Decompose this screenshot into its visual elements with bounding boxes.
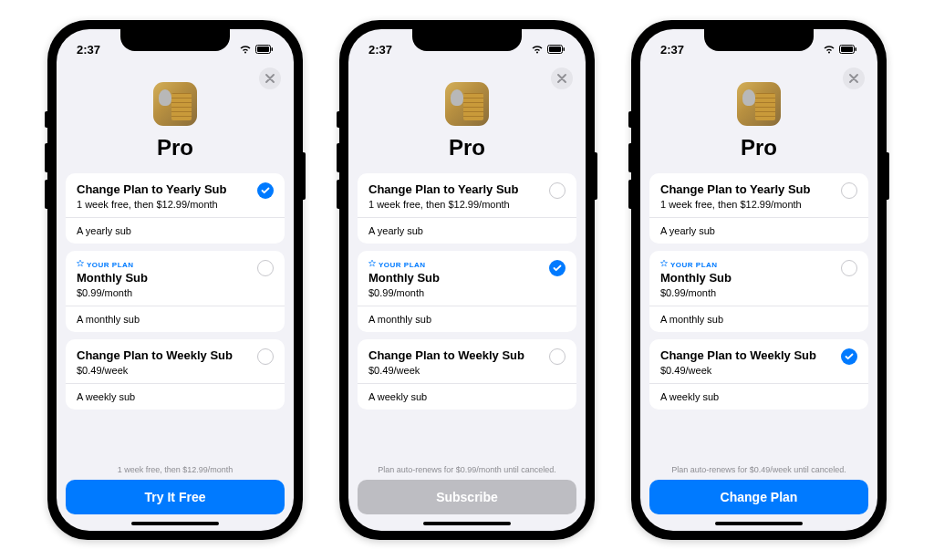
plan-monthly[interactable]: YOUR PLAN Monthly Sub $0.99/month A mont… <box>66 251 285 332</box>
plan-weekly[interactable]: Change Plan to Weekly Sub $0.49/week A w… <box>358 339 576 410</box>
page-title: Pro <box>157 135 193 161</box>
plan-desc: A weekly sub <box>358 383 576 410</box>
subscribe-button[interactable]: Subscribe <box>358 480 576 514</box>
plan-desc: A monthly sub <box>358 306 576 332</box>
status-time: 2:37 <box>660 37 684 57</box>
plan-yearly[interactable]: Change Plan to Yearly Sub 1 week free, t… <box>649 173 868 244</box>
plan-desc: A yearly sub <box>66 217 285 244</box>
plan-desc: A monthly sub <box>649 306 868 332</box>
home-indicator[interactable] <box>715 522 803 525</box>
app-icon <box>737 82 781 126</box>
radio-unselected-icon <box>841 182 857 199</box>
footer: Plan auto-renews for $0.49/week until ca… <box>640 460 877 531</box>
plan-title: Change Plan to Weekly Sub <box>77 348 257 362</box>
plan-title: Monthly Sub <box>368 271 549 285</box>
plan-monthly[interactable]: YOUR PLAN Monthly Sub $0.99/month A mont… <box>649 251 868 332</box>
plan-list: Change Plan to Yearly Sub 1 week free, t… <box>57 173 294 460</box>
footer-note: Plan auto-renews for $0.99/month until c… <box>358 465 576 474</box>
home-indicator[interactable] <box>131 522 219 525</box>
plan-title: Change Plan to Yearly Sub <box>660 182 841 196</box>
footer-note: Plan auto-renews for $0.49/week until ca… <box>649 465 868 474</box>
plan-price: $0.49/week <box>368 365 549 376</box>
plan-price: $0.49/week <box>660 365 841 376</box>
radio-unselected-icon <box>549 182 566 199</box>
plan-weekly[interactable]: Change Plan to Weekly Sub $0.49/week A w… <box>66 339 285 410</box>
battery-icon <box>839 43 857 57</box>
your-plan-badge: YOUR PLAN <box>77 260 257 269</box>
plan-price: $0.99/month <box>77 287 257 298</box>
status-time: 2:37 <box>77 37 100 57</box>
radio-selected-icon <box>257 182 274 199</box>
try-free-button[interactable]: Try It Free <box>66 480 285 514</box>
battery-icon <box>255 43 274 57</box>
plan-price: 1 week free, then $12.99/month <box>77 199 257 210</box>
plan-title: Monthly Sub <box>77 271 257 285</box>
footer: Plan auto-renews for $0.99/month until c… <box>348 460 586 531</box>
close-button[interactable] <box>843 67 865 89</box>
header: Pro <box>57 64 294 173</box>
plan-price: $0.99/month <box>368 287 549 298</box>
badge-text: YOUR PLAN <box>379 261 426 269</box>
footer: 1 week free, then $12.99/month Try It Fr… <box>57 460 294 531</box>
notch <box>412 29 522 51</box>
plan-desc: A weekly sub <box>66 383 285 410</box>
star-icon <box>660 260 668 269</box>
svg-rect-4 <box>549 47 561 52</box>
wifi-icon <box>239 43 252 57</box>
badge-text: YOUR PLAN <box>87 261 134 269</box>
close-icon <box>849 72 858 86</box>
your-plan-badge: YOUR PLAN <box>368 260 549 269</box>
close-button[interactable] <box>551 67 573 89</box>
phone-frame-2: 2:37 Pro Change Plan to Yearly Sub 1 wee… <box>339 20 595 540</box>
close-icon <box>265 72 275 86</box>
plan-title: Change Plan to Yearly Sub <box>77 182 257 196</box>
plan-price: $0.49/week <box>77 365 257 376</box>
wifi-icon <box>823 43 835 57</box>
radio-unselected-icon <box>257 260 274 276</box>
plan-desc: A weekly sub <box>649 383 868 410</box>
radio-selected-icon <box>841 348 857 365</box>
change-plan-button[interactable]: Change Plan <box>649 480 868 514</box>
badge-text: YOUR PLAN <box>670 261 718 269</box>
close-button[interactable] <box>259 67 281 89</box>
plan-title: Change Plan to Weekly Sub <box>660 348 841 362</box>
header: Pro <box>640 64 877 173</box>
svg-rect-8 <box>856 47 857 51</box>
notch <box>704 29 814 51</box>
home-indicator[interactable] <box>423 522 511 525</box>
footer-note: 1 week free, then $12.99/month <box>66 465 285 474</box>
svg-rect-7 <box>841 47 853 52</box>
plan-title: Change Plan to Weekly Sub <box>368 348 549 362</box>
radio-unselected-icon <box>257 348 274 365</box>
star-icon <box>368 260 376 269</box>
radio-unselected-icon <box>841 260 857 276</box>
plan-title: Monthly Sub <box>660 271 841 285</box>
svg-rect-2 <box>272 47 274 51</box>
app-icon <box>153 82 197 126</box>
phone-frame-1: 2:37 Pro Change Plan to Yearly Sub 1 wee… <box>47 20 303 540</box>
plan-list: Change Plan to Yearly Sub 1 week free, t… <box>640 173 877 460</box>
plan-yearly[interactable]: Change Plan to Yearly Sub 1 week free, t… <box>66 173 285 244</box>
page-title: Pro <box>449 135 485 161</box>
plan-price: 1 week free, then $12.99/month <box>660 199 841 210</box>
plan-weekly[interactable]: Change Plan to Weekly Sub $0.49/week A w… <box>649 339 868 410</box>
radio-selected-icon <box>549 260 566 276</box>
svg-rect-1 <box>257 47 269 52</box>
phone-frame-3: 2:37 Pro Change Plan to Yearly Sub 1 wee… <box>631 20 887 540</box>
plan-price: 1 week free, then $12.99/month <box>368 199 549 210</box>
plan-desc: A monthly sub <box>66 306 285 332</box>
plan-monthly[interactable]: YOUR PLAN Monthly Sub $0.99/month A mont… <box>358 251 576 332</box>
plan-list: Change Plan to Yearly Sub 1 week free, t… <box>348 173 586 460</box>
your-plan-badge: YOUR PLAN <box>660 260 841 269</box>
app-icon <box>445 82 489 126</box>
plan-desc: A yearly sub <box>358 217 576 244</box>
status-time: 2:37 <box>368 37 392 57</box>
battery-icon <box>547 43 566 57</box>
plan-title: Change Plan to Yearly Sub <box>368 182 549 196</box>
notch <box>120 29 230 51</box>
wifi-icon <box>531 43 544 57</box>
plan-price: $0.99/month <box>660 287 841 298</box>
radio-unselected-icon <box>549 348 566 365</box>
star-icon <box>77 260 84 269</box>
plan-yearly[interactable]: Change Plan to Yearly Sub 1 week free, t… <box>358 173 576 244</box>
